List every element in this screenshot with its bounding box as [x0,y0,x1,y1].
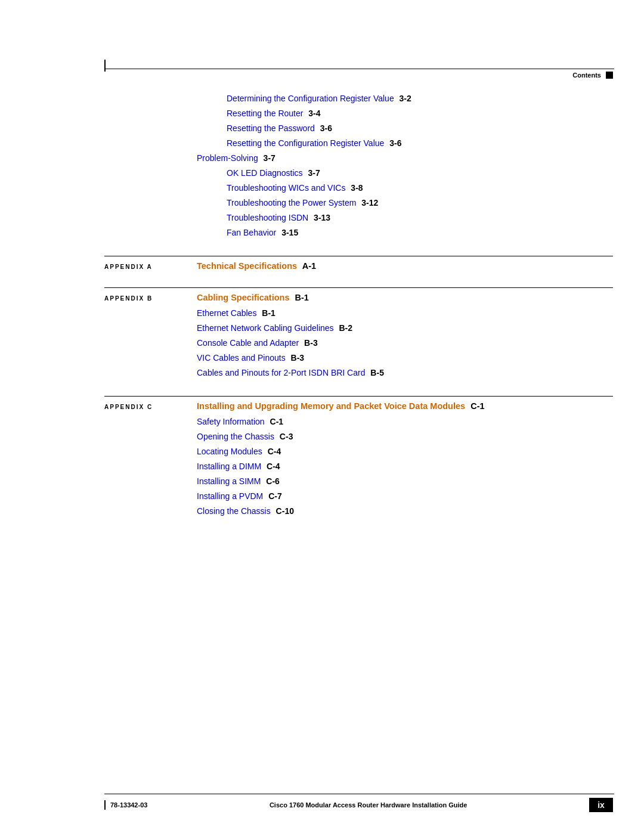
toc-entry: Installing a DIMM C-4 [197,460,613,473]
toc-entry: Troubleshooting WICs and VICs 3-8 [104,182,613,194]
toc-link-vic-cables[interactable]: VIC Cables and Pinouts [197,352,286,364]
toc-link-resetting-config[interactable]: Resetting the Configuration Register Val… [227,137,384,150]
toc-entry: Closing the Chassis C-10 [197,505,613,518]
contents-square-icon [606,72,613,79]
appendix-b-block: APPENDIX B Cabling Specifications B-1 Et… [104,287,613,379]
toc-page: B-5 [368,367,383,379]
toc-entry: Resetting the Configuration Register Val… [104,137,613,150]
toc-link-installing-pvdm[interactable]: Installing a PVDM [197,490,263,503]
toc-page: C-1 [268,416,283,428]
toc-section-top: Determining the Configuration Register V… [104,92,613,150]
toc-page: C-3 [277,431,293,443]
toc-page: C-7 [266,490,281,503]
toc-link-resetting-router[interactable]: Resetting the Router [227,107,303,120]
toc-entry: Problem-Solving 3-7 [104,152,613,165]
contents-header: Contents [572,72,613,79]
appendix-b-divider [104,287,613,288]
toc-entry: OK LED Diagnostics 3-7 [104,167,613,179]
footer-left-bar [104,800,106,810]
toc-page: B-3 [289,352,304,364]
appendix-c-title: Installing and Upgrading Memory and Pack… [197,401,465,411]
toc-entry: Installing a PVDM C-7 [197,490,613,503]
appendix-a-label: APPENDIX A [104,262,197,270]
appendix-b-title: Cabling Specifications [197,293,290,302]
toc-link-troubleshooting-wics[interactable]: Troubleshooting WICs and VICs [227,182,345,194]
toc-link-closing-chassis[interactable]: Closing the Chassis [197,505,271,518]
appendix-b-title-link[interactable]: Cabling Specifications [197,293,290,302]
toc-link-problem-solving[interactable]: Problem-Solving [197,152,258,165]
bottom-rule [104,794,614,794]
toc-link-fan-behavior[interactable]: Fan Behavior [227,227,276,239]
footer-left: 78-13342-03 [104,800,147,810]
toc-entry: Resetting the Router 3-4 [104,107,613,120]
toc-section-problem-sub: OK LED Diagnostics 3-7 Troubleshooting W… [104,167,613,239]
toc-page: 3-7 [261,152,275,165]
toc-link-safety-info[interactable]: Safety Information [197,416,265,428]
appendix-c-page: C-1 [468,401,484,411]
toc-page: 3-6 [318,122,332,135]
toc-link-opening-chassis[interactable]: Opening the Chassis [197,431,274,443]
page-container: Contents Determining the Configuration R… [0,0,644,833]
appendix-a-block: APPENDIX A Technical Specifications A-1 [104,256,613,271]
toc-link-troubleshooting-isdn[interactable]: Troubleshooting ISDN [227,212,308,224]
toc-page: 3-13 [311,212,330,224]
toc-page: 3-6 [387,137,401,150]
toc-page: C-4 [265,445,281,458]
appendix-a-title-link[interactable]: Technical Specifications [197,261,297,271]
toc-link-resetting-password[interactable]: Resetting the Password [227,122,315,135]
appendix-b-page: B-1 [293,293,309,302]
toc-page: C-4 [264,460,280,473]
main-content: Determining the Configuration Register V… [104,92,613,524]
toc-page: 3-12 [359,197,378,209]
toc-link-cables-pinouts-isdn[interactable]: Cables and Pinouts for 2-Port ISDN BRI C… [197,367,365,379]
appendix-c-title-link[interactable]: Installing and Upgrading Memory and Pack… [197,401,465,411]
footer: 78-13342-03 Cisco 1760 Modular Access Ro… [0,798,644,812]
toc-link-installing-simm[interactable]: Installing a SIMM [197,475,261,488]
appendix-c-block: APPENDIX C Installing and Upgrading Memo… [104,396,613,518]
toc-entry: Ethernet Network Cabling Guidelines B-2 [197,322,613,335]
toc-link-console-cable[interactable]: Console Cable and Adapter [197,337,299,349]
appendix-a-page: A-1 [300,261,316,271]
appendix-c-divider [104,396,613,397]
toc-page: 3-2 [397,92,411,105]
toc-page: 3-4 [306,107,320,120]
footer-page-number: ix [589,798,613,812]
toc-entry: Safety Information C-1 [197,416,613,428]
toc-link-ethernet-cables[interactable]: Ethernet Cables [197,307,256,320]
toc-page: 3-15 [279,227,298,239]
appendix-b-label: APPENDIX B [104,294,197,302]
appendix-a-title: Technical Specifications [197,261,297,271]
toc-entry: Locating Modules C-4 [197,445,613,458]
top-left-bar [104,60,106,72]
toc-link-ethernet-network-cabling[interactable]: Ethernet Network Cabling Guidelines [197,322,334,335]
toc-entry: Resetting the Password 3-6 [104,122,613,135]
toc-entry: Opening the Chassis C-3 [197,431,613,443]
toc-link-determining[interactable]: Determining the Configuration Register V… [227,92,394,105]
toc-page: C-10 [274,505,294,518]
toc-entry: Fan Behavior 3-15 [104,227,613,239]
appendix-c-sub-entries: Safety Information C-1 Opening the Chass… [104,416,613,518]
toc-entry: Troubleshooting ISDN 3-13 [104,212,613,224]
appendix-b-sub-entries: Ethernet Cables B-1 Ethernet Network Cab… [104,307,613,379]
toc-entry: Installing a SIMM C-6 [197,475,613,488]
toc-link-locating-modules[interactable]: Locating Modules [197,445,262,458]
toc-page: B-3 [302,337,317,349]
toc-link-installing-dimm[interactable]: Installing a DIMM [197,460,261,473]
toc-entry: Ethernet Cables B-1 [197,307,613,320]
footer-doc-number: 78-13342-03 [110,801,147,809]
footer-title: Cisco 1760 Modular Access Router Hardwar… [147,801,589,809]
toc-link-ok-led[interactable]: OK LED Diagnostics [227,167,303,179]
appendix-c-label: APPENDIX C [104,402,197,410]
toc-entry: Determining the Configuration Register V… [104,92,613,105]
toc-page: 3-8 [348,182,363,194]
contents-label: Contents [572,72,601,79]
toc-page: 3-7 [306,167,320,179]
toc-entry: Troubleshooting the Power System 3-12 [104,197,613,209]
toc-entry: Console Cable and Adapter B-3 [197,337,613,349]
appendix-b-row: APPENDIX B Cabling Specifications B-1 [104,293,613,302]
toc-link-troubleshooting-power[interactable]: Troubleshooting the Power System [227,197,356,209]
toc-page: B-1 [259,307,275,320]
toc-entry: Cables and Pinouts for 2-Port ISDN BRI C… [197,367,613,379]
toc-section-problem: Problem-Solving 3-7 [104,152,613,165]
appendix-c-row: APPENDIX C Installing and Upgrading Memo… [104,401,613,411]
